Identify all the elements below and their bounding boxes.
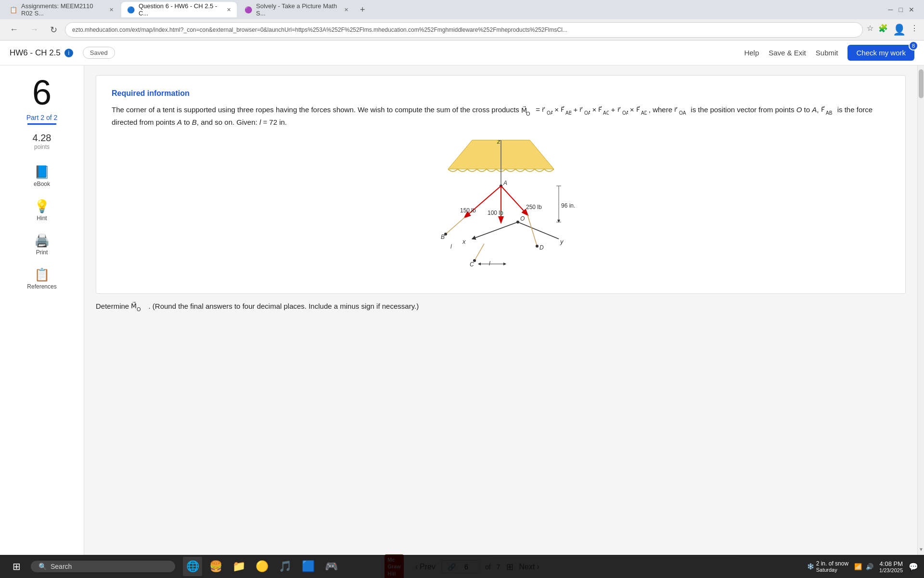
tab-assignments[interactable]: 📋 Assignments: MEEM2110 R02 S... ✕ <box>4 2 119 17</box>
taskbar-search-bar[interactable]: 🔍 Search <box>31 561 175 572</box>
question-number: 6 <box>32 75 51 110</box>
svg-text:100 lb: 100 lb <box>488 210 503 216</box>
profile-icon[interactable]: 👤 <box>893 24 906 36</box>
svg-text:O: O <box>137 306 141 312</box>
svg-text:AD: AD <box>641 110 647 115</box>
tab-close-2[interactable]: ✕ <box>227 7 231 13</box>
weather-day: Saturday <box>816 567 848 573</box>
taskbar-app-2[interactable]: 🍔 <box>206 557 225 576</box>
svg-text:AB: AB <box>826 110 833 115</box>
svg-text:D: D <box>539 244 544 251</box>
taskbar: ⊞ 🔍 Search 🌐 🍔 📁 🟡 🎵 🟦 🎮 ❄️ <box>0 555 924 578</box>
time-display: 4:08 PM <box>879 560 903 567</box>
svg-line-48 <box>527 215 537 246</box>
windows-icon: ⊞ <box>13 561 21 572</box>
diagram-container: z A x y O <box>112 138 890 280</box>
references-tool[interactable]: 📋 References <box>0 263 84 295</box>
svg-point-49 <box>536 245 539 248</box>
ebook-icon: 📘 <box>34 165 50 180</box>
svg-text:x: x <box>462 238 466 245</box>
scrollbar-thumb[interactable] <box>919 69 924 98</box>
svg-text:250 lb: 250 lb <box>526 204 542 210</box>
notification-icon[interactable]: 💬 <box>909 562 918 571</box>
hint-icon: 💡 <box>34 199 50 214</box>
check-work-label: Check my work <box>856 49 906 57</box>
address-text: ezto.mheducation.com/ext/map/index.html?… <box>72 26 567 33</box>
info-icon[interactable]: i <box>64 49 73 57</box>
svg-text:O: O <box>520 215 525 222</box>
tab-close-1[interactable]: ✕ <box>109 7 114 13</box>
close-button[interactable]: ✕ <box>909 6 914 13</box>
taskbar-app-6[interactable]: 🟦 <box>298 557 318 576</box>
save-exit-button[interactable]: Save & Exit <box>769 49 806 57</box>
svg-text:OA: OA <box>622 110 628 115</box>
svg-text:AB: AB <box>565 110 571 115</box>
taskbar-search-icon: 🔍 <box>38 563 47 570</box>
hint-tool[interactable]: 💡 Hint <box>0 194 84 226</box>
minimize-button[interactable]: ─ <box>888 6 893 13</box>
taskbar-app-1[interactable]: 🌐 <box>183 557 202 576</box>
submit-button[interactable]: Submit <box>816 49 838 57</box>
system-tray: 📶 🔊 <box>854 563 873 570</box>
scrollbar-area[interactable]: ▼ <box>917 66 924 555</box>
header-actions: Help Save & Exit Submit Check my work 8 <box>744 45 914 61</box>
taskbar-right: ❄️ 2 in. of snow Saturday 📶 🔊 4:08 PM 1/… <box>807 560 918 573</box>
weather-widget: ❄️ 2 in. of snow Saturday <box>807 560 848 573</box>
ebook-tool[interactable]: 📘 eBook <box>0 160 84 192</box>
refresh-button[interactable]: ↻ <box>46 23 61 37</box>
date-display: 1/23/2025 <box>879 567 903 573</box>
svg-point-27 <box>516 221 519 223</box>
points-label: points <box>34 144 50 150</box>
taskbar-app-7[interactable]: 🎮 <box>321 557 341 576</box>
main-layout: 6 Part 2 of 2 4.28 points 📘 eBook 💡 Hint… <box>0 66 924 555</box>
svg-text:F⃗: F⃗ <box>821 106 825 113</box>
svg-line-25 <box>518 222 559 239</box>
volume-icon: 🔊 <box>866 563 873 570</box>
window-controls: ─ □ ✕ <box>888 6 920 13</box>
svg-text:r⃗: r⃗ <box>674 106 678 113</box>
forward-button[interactable]: → <box>26 23 42 37</box>
help-link[interactable]: Help <box>744 49 759 57</box>
question-text: The corner of a tent is supported using … <box>112 104 890 128</box>
tab-label-3: Solvely - Take a Picture Math S... <box>256 2 340 17</box>
svg-line-43 <box>475 244 484 261</box>
svg-text:OA: OA <box>679 110 686 115</box>
back-button[interactable]: ← <box>6 23 22 37</box>
question-box: Required information The corner of a ten… <box>96 75 906 294</box>
taskbar-app-4[interactable]: 🟡 <box>252 557 271 576</box>
check-work-button[interactable]: Check my work 8 <box>847 45 914 61</box>
part-progress <box>27 123 56 125</box>
svg-text:A: A <box>503 180 507 186</box>
determine-text: Determine M⃗O . (Round the final answers… <box>96 302 906 312</box>
tab-solvely[interactable]: 🟣 Solvely - Take a Picture Math S... ✕ <box>239 2 354 17</box>
menu-icon[interactable]: ⋮ <box>911 24 918 36</box>
svg-text:M⃗: M⃗ <box>131 302 137 310</box>
content-area[interactable]: Required information The corner of a ten… <box>84 66 917 555</box>
svg-text:r⃗: r⃗ <box>617 106 621 113</box>
address-bar[interactable]: ezto.mheducation.com/ext/map/index.html?… <box>65 22 863 38</box>
part-progress-fill <box>27 123 56 125</box>
print-tool[interactable]: 🖨️ Print <box>0 228 84 261</box>
tab-label-1: Assignments: MEEM2110 R02 S... <box>21 2 105 17</box>
svg-text:AC: AC <box>603 110 609 115</box>
taskbar-app-5[interactable]: 🎵 <box>275 557 295 576</box>
svg-text:z: z <box>497 138 500 145</box>
tab-close-3[interactable]: ✕ <box>344 7 348 13</box>
bookmark-icon[interactable]: ☆ <box>867 24 873 36</box>
svg-text:r⃗: r⃗ <box>542 106 545 113</box>
print-icon: 🖨️ <box>34 233 50 248</box>
new-tab-button[interactable]: + <box>356 5 369 15</box>
saved-badge: Saved <box>83 47 115 59</box>
taskbar-app-3[interactable]: 📁 <box>229 557 248 576</box>
svg-text:F⃗: F⃗ <box>636 106 640 113</box>
svg-text:l: l <box>489 260 490 267</box>
ebook-label: eBook <box>34 181 50 187</box>
svg-text:F⃗: F⃗ <box>598 106 602 113</box>
svg-text:150 lb: 150 lb <box>460 207 476 214</box>
maximize-button[interactable]: □ <box>899 6 903 13</box>
start-button[interactable]: ⊞ <box>6 559 27 574</box>
tab-question6[interactable]: 🔵 Question 6 - HW6 - CH 2.5 - C... ✕ <box>121 2 237 17</box>
weather-text: 2 in. of snow <box>816 560 848 567</box>
svg-text:OA: OA <box>547 110 552 115</box>
extension-icon[interactable]: 🧩 <box>878 24 888 36</box>
